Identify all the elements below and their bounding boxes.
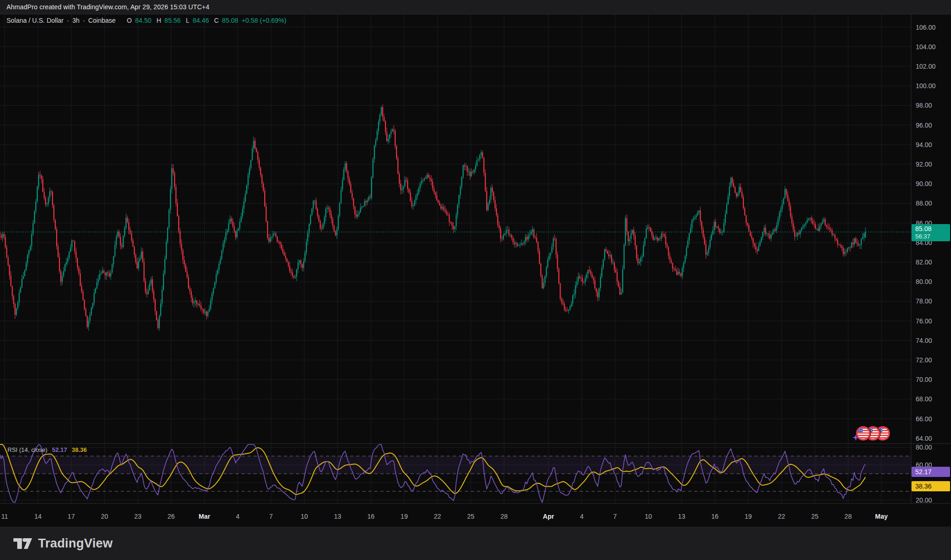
svg-text:28: 28 [501, 513, 508, 520]
svg-text:104.00: 104.00 [916, 43, 936, 51]
price-badge: 85.0856:37 [912, 224, 950, 241]
symbol-title[interactable]: Solana / U.S. Dollar [7, 17, 64, 24]
svg-text:106.00: 106.00 [916, 24, 936, 31]
open-value: 84.50 [135, 17, 151, 24]
svg-text:100.00: 100.00 [916, 82, 936, 90]
grid [0, 14, 911, 503]
svg-text:11: 11 [1, 513, 8, 520]
svg-text:10: 10 [301, 513, 308, 520]
svg-text:94.00: 94.00 [916, 141, 932, 148]
tradingview-logo[interactable]: TradingView [0, 536, 113, 551]
svg-text:26: 26 [168, 513, 175, 520]
svg-text:4: 4 [580, 513, 584, 520]
svg-text:85.08: 85.08 [915, 225, 931, 232]
svg-text:102.00: 102.00 [916, 63, 936, 70]
time-axis[interactable]: 111417202326Mar4710131619222528Apr471013… [1, 513, 888, 520]
tradingview-snapshot: { "top_bar": { "text": "AhmadPro created… [0, 0, 951, 560]
svg-text:20.00: 20.00 [916, 496, 932, 504]
low-label: L [186, 17, 189, 24]
chart-canvas[interactable]: 106.00104.00102.00100.0098.0096.0094.009… [0, 0, 951, 560]
rsi-badge: 52.17 [912, 467, 950, 477]
legend-separator: · [67, 17, 69, 24]
interval-label[interactable]: 3h [72, 17, 80, 24]
event-flag-icon[interactable] [856, 426, 871, 441]
rsi-title[interactable]: RSI (14, close) [7, 446, 47, 453]
svg-text:76.00: 76.00 [916, 317, 932, 325]
rsi-legend[interactable]: RSI (14, close) 52.17 38.36 [7, 446, 87, 453]
svg-text:10: 10 [645, 513, 652, 520]
change-value: +0.58 (+0.69%) [241, 17, 287, 24]
svg-text:Mar: Mar [199, 513, 210, 520]
svg-text:20: 20 [101, 513, 108, 520]
candlestick-series [0, 104, 866, 331]
close-value: 85.08 [222, 17, 238, 24]
svg-text:7: 7 [613, 513, 617, 520]
legend-separator: · [83, 17, 85, 24]
svg-text:7: 7 [269, 513, 273, 520]
svg-text:56:37: 56:37 [915, 233, 931, 240]
svg-text:16: 16 [367, 513, 375, 520]
svg-text:66.00: 66.00 [916, 415, 932, 423]
bottom-brand-bar: TradingView [0, 527, 951, 560]
svg-text:38.36: 38.36 [915, 483, 931, 490]
svg-text:May: May [875, 513, 887, 520]
svg-text:72.00: 72.00 [916, 356, 932, 364]
low-value: 84.46 [193, 17, 209, 24]
svg-text:14: 14 [34, 513, 42, 520]
svg-text:19: 19 [745, 513, 752, 520]
svg-text:88.00: 88.00 [916, 200, 932, 207]
svg-text:Apr: Apr [543, 513, 554, 520]
exchange-label[interactable]: Coinbase [88, 17, 116, 24]
attribution-text: AhmadPro created with TradingView.com, A… [0, 3, 209, 11]
high-value: 85.56 [164, 17, 181, 24]
rsi-value: 52.17 [52, 446, 67, 453]
rsi-ma-value: 38.36 [72, 446, 87, 453]
svg-text:22: 22 [778, 513, 785, 520]
svg-text:52.17: 52.17 [915, 468, 931, 476]
symbol-legend[interactable]: Solana / U.S. Dollar · 3h · Coinbase O 8… [7, 17, 287, 24]
svg-text:22: 22 [434, 513, 441, 520]
svg-text:70.00: 70.00 [916, 376, 932, 383]
svg-text:4: 4 [236, 513, 240, 520]
svg-text:16: 16 [711, 513, 719, 520]
svg-text:80.00: 80.00 [916, 278, 932, 285]
svg-text:25: 25 [467, 513, 475, 520]
svg-text:23: 23 [134, 513, 142, 520]
svg-text:98.00: 98.00 [916, 102, 932, 109]
svg-text:80.00: 80.00 [916, 444, 932, 451]
svg-text:13: 13 [678, 513, 685, 520]
svg-text:64.00: 64.00 [916, 435, 932, 442]
svg-text:68.00: 68.00 [916, 395, 932, 403]
rsi-ma-badge: 38.36 [912, 481, 950, 491]
close-label: C [214, 17, 219, 24]
svg-text:19: 19 [401, 513, 408, 520]
svg-text:92.00: 92.00 [916, 161, 932, 168]
high-label: H [156, 17, 161, 24]
svg-text:17: 17 [68, 513, 75, 520]
svg-text:82.00: 82.00 [916, 258, 932, 266]
open-label: O [127, 17, 132, 24]
event-markers[interactable] [853, 426, 891, 441]
attribution-bar: AhmadPro created with TradingView.com, A… [0, 0, 951, 14]
price-axis[interactable]: 106.00104.00102.00100.0098.0096.0094.009… [916, 24, 936, 504]
svg-text:96.00: 96.00 [916, 122, 932, 129]
svg-text:25: 25 [811, 513, 819, 520]
svg-text:13: 13 [334, 513, 341, 520]
svg-text:90.00: 90.00 [916, 180, 932, 187]
svg-text:74.00: 74.00 [916, 337, 932, 344]
brand-name: TradingView [38, 536, 113, 551]
tradingview-logo-icon [13, 537, 33, 550]
svg-text:78.00: 78.00 [916, 297, 932, 305]
svg-text:28: 28 [845, 513, 852, 520]
